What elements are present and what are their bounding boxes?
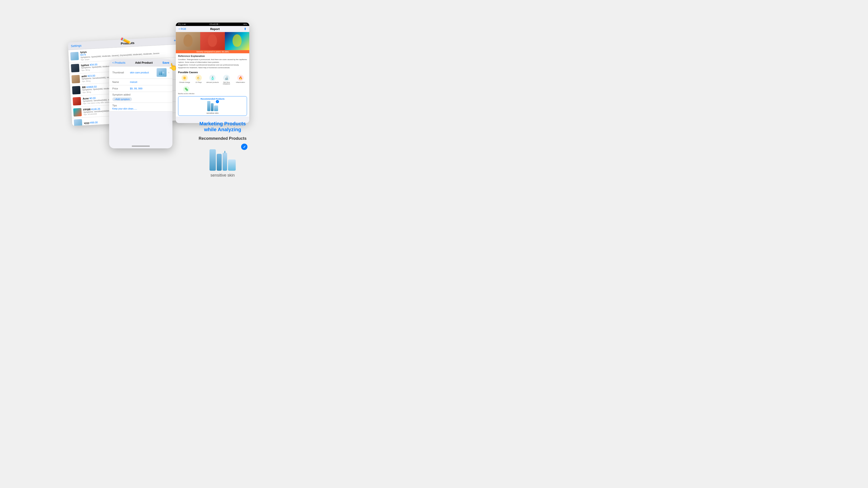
back-button[interactable]: < Products [112, 61, 125, 64]
inflammation-label: Inflammation [236, 82, 245, 83]
product-thumbnail [74, 119, 83, 126]
form-title: Add Product [135, 61, 153, 64]
status-bar: 早上 2:46 7月10日,周一 96% [176, 23, 249, 26]
marketing-title: Marketing Products while Analyzing [193, 121, 252, 133]
add-symptom-button[interactable]: +Add symptom [112, 97, 132, 101]
large-bottle-pump [223, 153, 227, 171]
large-bottle-medium [217, 154, 222, 171]
bottle-medium [211, 103, 214, 111]
flora-icon: 🔬 [223, 75, 229, 81]
climate-icon: ☀️ [182, 75, 188, 81]
products-label: skincare products [206, 82, 219, 83]
bottle-group: ✓ [207, 101, 218, 111]
cause-item-flora: 🔬 Skin flora imbalance [220, 75, 233, 85]
name-value: meicet [130, 80, 169, 83]
thumbnail-section[interactable]: Thumbnail skin care product › [109, 66, 173, 79]
bacteria-label: Bacillus acnes infection [178, 93, 194, 94]
causes-row2: 🦠 Bacillus acnes infection [178, 86, 247, 94]
name-section[interactable]: Name meicet [109, 79, 173, 85]
marketing-section: Marketing Products while Analyzing Recom… [193, 121, 252, 178]
product-thumbnail [70, 52, 79, 61]
cause-item-uv: 🌤️ UV Rays [192, 75, 205, 85]
phone-header: < Products Add Product Save [109, 59, 173, 66]
thumbnail-label: Thumbnail [112, 71, 128, 74]
face-image-normal [176, 32, 200, 50]
name-label: Name [112, 80, 128, 83]
report-ipad: 早上 2:46 7月10日,周一 96% < RGB Report ⬆ Seve… [176, 23, 249, 123]
bottle-tall [207, 101, 210, 111]
status-date: 7月10日,周一 [209, 23, 220, 26]
product-thumbnail [72, 97, 81, 105]
flora-label: Skin flora imbalance [220, 82, 233, 85]
product-thumbnail [73, 108, 82, 117]
thumbnail-value: skin care product [130, 71, 155, 74]
product-image-preview [157, 68, 166, 77]
add-product-phone: < Products Add Product Save Thumbnail sk… [109, 59, 173, 149]
sensitive-skin-label: sensitive skin [193, 173, 252, 178]
large-product-group: ✓ [193, 143, 252, 171]
form-body: Thumbnail skin care product › Name meice… [109, 66, 173, 111]
status-time: 早上 2:46 [178, 23, 186, 26]
large-bottle-tall [210, 149, 216, 171]
cause-item-climate: ☀️ Climate change [178, 75, 191, 85]
face-image-red [200, 32, 225, 50]
bottle-short [214, 105, 218, 111]
causes-grid: ☀️ Climate change 🌤️ UV Rays 🧴 skincare … [178, 75, 247, 85]
share-button[interactable]: ⬆ [244, 27, 247, 31]
tips-label: Tips [112, 104, 169, 107]
climate-label: Climate change [179, 82, 190, 83]
skin-type-label: sensitive skin [207, 112, 219, 114]
face-image-thermal [225, 32, 249, 50]
large-checkmark-badge: ✓ [241, 143, 247, 150]
recommended-label: Recommended Products [200, 98, 224, 100]
product-thumbnail [71, 64, 80, 72]
home-bar [132, 145, 150, 147]
price-section[interactable]: Price $9, 99, 999 [109, 85, 173, 92]
cause-item-products: 🧴 skincare products [206, 75, 219, 85]
large-bottle-short [228, 159, 236, 171]
recommended-products-title: Recommended Products [193, 136, 252, 141]
inflammation-icon: 🔥 [237, 75, 244, 81]
cause-item-bacteria: 🦠 Bacillus acnes infection [178, 86, 194, 94]
status-battery: 96% [243, 23, 247, 25]
price-value: $9, 99, 999 [130, 87, 169, 90]
uv-label: UV Rays [195, 82, 202, 83]
tips-section: Tips Keep your skin clean...... [109, 103, 173, 111]
report-title: Report [210, 27, 220, 31]
bacteria-icon: 🦠 [183, 86, 189, 92]
price-label: Price [112, 87, 128, 90]
reference-title: Reference Explanation [178, 55, 247, 57]
product-thumbnail [72, 86, 81, 95]
score-bar: Severly compared to peers: 83.26% [176, 50, 249, 53]
cursor-icon: 👆 [168, 62, 178, 72]
report-header: < RGB Report ⬆ [176, 26, 249, 32]
uv-icon: 🌤️ [195, 75, 202, 81]
condition-text: Condition: Telangiectasia is pronounced.… [178, 58, 247, 69]
checkmark-badge: ✓ [216, 100, 219, 103]
causes-title: Possible Causes [178, 71, 247, 74]
rgb-back-button[interactable]: < RGB [179, 28, 186, 30]
cause-item-inflammation: 🔥 Inflammation [234, 75, 247, 85]
product-thumbnail [71, 75, 80, 84]
report-body: Reference Explanation Condition: Telangi… [176, 53, 249, 117]
settings-button[interactable]: Settings [71, 44, 82, 47]
products-icon: 🧴 [209, 75, 216, 81]
symptom-section: Symptom added +Add symptom [109, 92, 173, 103]
face-images-row [176, 32, 249, 50]
symptom-label: Symptom added [112, 93, 169, 96]
tips-value[interactable]: Keep your skin clean...... [112, 107, 169, 110]
recommended-products-box: Recommended Products ✓ sensitive skin [178, 96, 247, 116]
